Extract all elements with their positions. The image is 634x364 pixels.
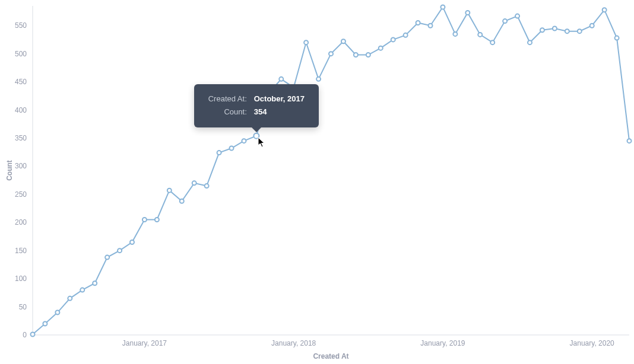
data-point-hover[interactable] xyxy=(253,133,259,139)
data-point[interactable] xyxy=(540,28,544,32)
data-point[interactable] xyxy=(416,21,420,25)
chart-svg[interactable]: 050100150200250300350400450500550January… xyxy=(0,0,634,364)
tooltip-row-value: October, 2017 xyxy=(251,92,308,106)
y-tick-label: 200 xyxy=(15,218,27,226)
data-point[interactable] xyxy=(603,8,607,12)
data-point[interactable] xyxy=(105,256,109,260)
data-point[interactable] xyxy=(93,281,97,285)
data-point[interactable] xyxy=(515,14,519,18)
data-point[interactable] xyxy=(192,181,196,185)
data-point[interactable] xyxy=(205,184,209,188)
y-tick-label: 450 xyxy=(15,78,27,86)
data-point[interactable] xyxy=(528,40,532,44)
data-point[interactable] xyxy=(565,29,569,33)
data-point[interactable] xyxy=(503,19,507,23)
data-point[interactable] xyxy=(379,46,383,50)
data-point[interactable] xyxy=(279,77,283,81)
data-point[interactable] xyxy=(465,11,470,15)
chart-tooltip: Created At: October, 2017 Count: 354 xyxy=(194,84,319,128)
data-point[interactable] xyxy=(341,39,345,43)
x-tick-label: January, 2019 xyxy=(420,339,465,347)
data-point[interactable] xyxy=(217,151,221,155)
data-point[interactable] xyxy=(391,37,395,41)
data-point[interactable] xyxy=(155,218,159,222)
y-tick-label: 250 xyxy=(15,190,27,199)
data-point[interactable] xyxy=(43,322,47,326)
data-point[interactable] xyxy=(329,52,333,56)
y-tick-label: 400 xyxy=(15,106,27,114)
x-tick-label: January, 2020 xyxy=(570,339,614,347)
data-point[interactable] xyxy=(578,29,582,33)
data-point[interactable] xyxy=(118,248,122,253)
data-point[interactable] xyxy=(316,77,321,81)
data-point[interactable] xyxy=(180,199,184,203)
data-point[interactable] xyxy=(142,218,147,222)
data-point[interactable] xyxy=(242,139,246,143)
data-point[interactable] xyxy=(55,311,59,315)
y-tick-label: 550 xyxy=(15,21,27,30)
x-tick-label: January, 2017 xyxy=(122,339,167,347)
data-point[interactable] xyxy=(429,24,433,28)
data-point[interactable] xyxy=(304,40,308,44)
data-point[interactable] xyxy=(490,40,494,44)
y-tick-label: 350 xyxy=(15,134,27,142)
data-point[interactable] xyxy=(478,33,482,37)
data-point[interactable] xyxy=(590,24,594,28)
data-point[interactable] xyxy=(230,146,234,151)
tooltip-row-label: Created At: xyxy=(205,92,251,106)
data-point[interactable] xyxy=(627,139,632,143)
data-point[interactable] xyxy=(615,36,619,40)
data-point[interactable] xyxy=(130,240,134,244)
data-point[interactable] xyxy=(80,288,84,292)
data-point[interactable] xyxy=(404,33,408,37)
tooltip-row-label: Count: xyxy=(205,106,251,119)
y-tick-label: 50 xyxy=(19,303,27,311)
tooltip-row-value: 354 xyxy=(251,106,308,119)
data-point[interactable] xyxy=(167,189,172,193)
y-tick-label: 300 xyxy=(15,162,27,170)
y-tick-label: 500 xyxy=(15,50,27,58)
y-axis-title: Count xyxy=(5,160,14,181)
data-point[interactable] xyxy=(440,5,445,9)
data-point[interactable] xyxy=(354,53,358,57)
line-chart[interactable]: 050100150200250300350400450500550January… xyxy=(0,0,634,364)
y-tick-label: 0 xyxy=(23,331,27,339)
y-tick-label: 100 xyxy=(15,274,27,283)
x-tick-label: January, 2018 xyxy=(271,339,316,347)
data-point[interactable] xyxy=(553,26,557,30)
y-tick-label: 150 xyxy=(15,247,27,255)
data-point[interactable] xyxy=(68,296,72,301)
x-axis-title: Created At xyxy=(313,352,348,360)
data-point[interactable] xyxy=(31,333,35,337)
data-point[interactable] xyxy=(453,32,457,36)
data-point[interactable] xyxy=(366,53,370,57)
